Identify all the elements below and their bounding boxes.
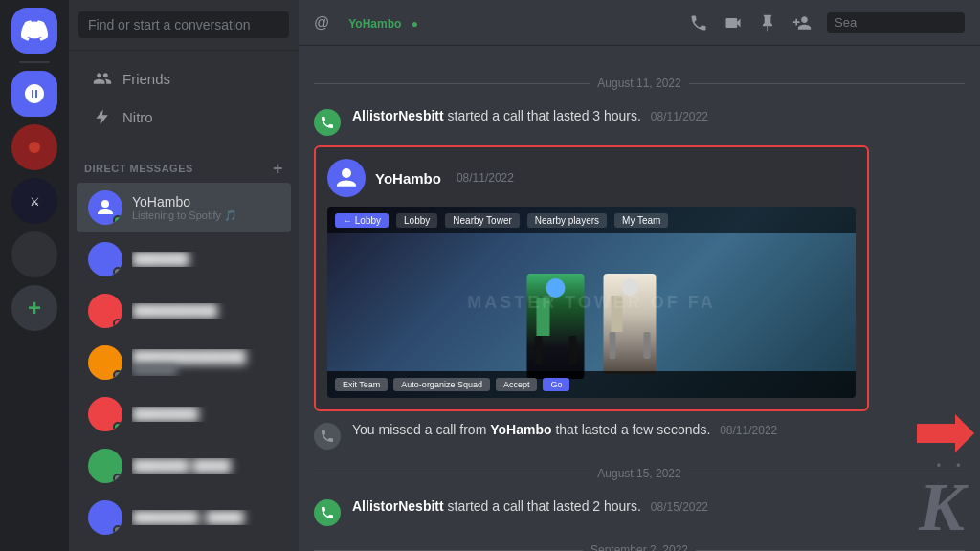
- char2: [604, 274, 657, 374]
- status-dot: [113, 319, 122, 328]
- game-screenshot: ← Lobby Lobby Nearby Tower Nearby player…: [327, 207, 856, 398]
- status-dot: [113, 370, 122, 380]
- status-dot: [113, 474, 122, 483]
- friends-nav-item[interactable]: Friends: [77, 60, 291, 97]
- game-tab-back: ← Lobby: [335, 213, 389, 228]
- dm-user-status: Listening to Spotify 🎵: [132, 209, 279, 222]
- card-header: YoHambo 08/11/2022: [327, 159, 856, 197]
- yohambo-game-card: YoHambo 08/11/2022 ← Lobby Lobby Nearby …: [314, 145, 869, 411]
- svg-point-1: [29, 142, 40, 153]
- avatar: [88, 190, 122, 225]
- chat-header: @ YoHambo ●: [299, 0, 980, 46]
- status-dot: [113, 525, 122, 535]
- svg-point-4: [23, 243, 46, 266]
- red-arrow-annotation: [917, 414, 974, 456]
- call-button[interactable]: [689, 13, 708, 33]
- avatar: [88, 242, 122, 276]
- message-text-2: AllistorNesbitt started a call that last…: [352, 497, 708, 517]
- avatar: [88, 294, 122, 328]
- dm-user-4[interactable]: ████████████ ██████: [77, 338, 291, 387]
- game-ui-bar: ← Lobby Lobby Nearby Tower Nearby player…: [327, 207, 856, 233]
- avatar: [88, 500, 122, 535]
- video-button[interactable]: [724, 13, 743, 33]
- missed-call-row: You missed a call from YoHambo that last…: [314, 419, 965, 452]
- game-tab-tower: Nearby Tower: [445, 213, 520, 228]
- search-placeholder: Sea: [835, 15, 857, 30]
- friends-icon: [92, 68, 113, 89]
- missed-call-icon: [314, 423, 341, 450]
- missed-call-text: You missed a call from YoHambo that last…: [352, 421, 777, 440]
- chat-search-input[interactable]: Sea: [827, 12, 965, 33]
- dm-username-blurred: ██████ ████: [132, 458, 279, 474]
- at-symbol: @: [314, 14, 329, 32]
- accept-btn: Accept: [496, 378, 538, 391]
- sidebar-server2[interactable]: ⚔: [11, 178, 57, 224]
- sidebar-server3[interactable]: [11, 231, 57, 277]
- game-characters: [527, 274, 657, 379]
- dm-user-7[interactable]: ███████, ████: [77, 493, 291, 542]
- server-sidebar: ⚔ +: [0, 0, 69, 551]
- discord-logo-button[interactable]: [11, 8, 57, 54]
- status-dot: [113, 267, 122, 276]
- dm-nav: Friends Nitro: [69, 51, 299, 144]
- message-text: AllistorNesbitt started a call that last…: [352, 107, 708, 126]
- date-divider-sep2: September 2, 2022: [314, 543, 965, 551]
- dm-search-container: [69, 0, 299, 51]
- dm-username-blurred: ██████: [132, 252, 279, 267]
- chat-area: @ YoHambo ●: [299, 0, 980, 551]
- chat-header-username: YoHambo ●: [343, 14, 679, 32]
- nitro-label: Nitro: [122, 109, 153, 125]
- svg-point-5: [101, 200, 109, 208]
- add-server-button[interactable]: +: [11, 285, 57, 331]
- dm-user-2[interactable]: ██████: [77, 234, 291, 284]
- game-watermark: MASTER TOWER OF FA: [467, 293, 716, 313]
- sidebar-divider: [19, 61, 50, 63]
- sidebar-dm-button[interactable]: [11, 71, 57, 117]
- game-tab-lobby: Lobby: [396, 213, 437, 228]
- dm-username-blurred: █████████: [132, 303, 279, 319]
- dm-panel: Friends Nitro DIRECT MESSAGES +: [69, 0, 299, 551]
- svg-point-6: [342, 168, 351, 178]
- message-allistor-call1: AllistorNesbitt started a call that last…: [314, 105, 965, 138]
- sidebar-server1[interactable]: [11, 124, 57, 170]
- dm-user-5[interactable]: ███████: [77, 389, 291, 439]
- yo-avatar: [327, 159, 366, 197]
- call-icon-2: [314, 499, 341, 526]
- dm-username-blurred: ███████: [132, 407, 279, 422]
- dm-username-blurred: ████████████: [132, 349, 279, 364]
- dm-user-3[interactable]: █████████: [77, 286, 291, 336]
- dm-user-list: YoHambo Listening to Spotify 🎵 ██████ ██…: [69, 181, 299, 551]
- add-friend-button[interactable]: [792, 13, 812, 33]
- exit-team-btn: Exit Team: [335, 378, 388, 391]
- friends-label: Friends: [122, 71, 170, 87]
- dm-section-header: DIRECT MESSAGES +: [69, 144, 299, 181]
- nitro-icon: [92, 106, 113, 127]
- date-divider-aug15: August 15, 2022: [314, 467, 965, 480]
- dm-status-blurred: ██████: [132, 364, 279, 376]
- add-dm-button[interactable]: +: [273, 160, 283, 177]
- avatar: [88, 397, 122, 431]
- avatar: [88, 449, 122, 483]
- auto-organize-btn: Auto-organize Squad: [393, 378, 490, 391]
- char1: [527, 274, 585, 379]
- chat-messages: August 11, 2022 AllistorNesbitt started …: [299, 46, 980, 551]
- call-icon: [314, 109, 341, 136]
- pin-button[interactable]: [758, 13, 777, 33]
- search-input[interactable]: [78, 11, 289, 38]
- game-bottom-bar: Exit Team Auto-organize Squad Accept Go: [327, 371, 856, 398]
- svg-text:⚔: ⚔: [30, 195, 40, 209]
- dm-username-blurred: ███████, ████: [132, 510, 279, 525]
- card-sender-name: YoHambo: [375, 170, 441, 187]
- dm-user-6[interactable]: ██████ ████: [77, 441, 291, 491]
- go-btn: Go: [543, 378, 569, 391]
- svg-marker-7: [917, 414, 974, 452]
- avatar: [88, 345, 122, 380]
- online-status-indicator: ●: [412, 17, 418, 31]
- nitro-nav-item[interactable]: Nitro: [77, 99, 291, 135]
- header-actions: Sea: [689, 12, 965, 33]
- date-divider-aug11: August 11, 2022: [314, 77, 965, 90]
- status-dot-online: [113, 215, 122, 225]
- dm-user-yohambo[interactable]: YoHambo Listening to Spotify 🎵: [77, 183, 291, 232]
- dm-user-info: YoHambo Listening to Spotify 🎵: [132, 194, 279, 222]
- status-dot: [113, 422, 122, 431]
